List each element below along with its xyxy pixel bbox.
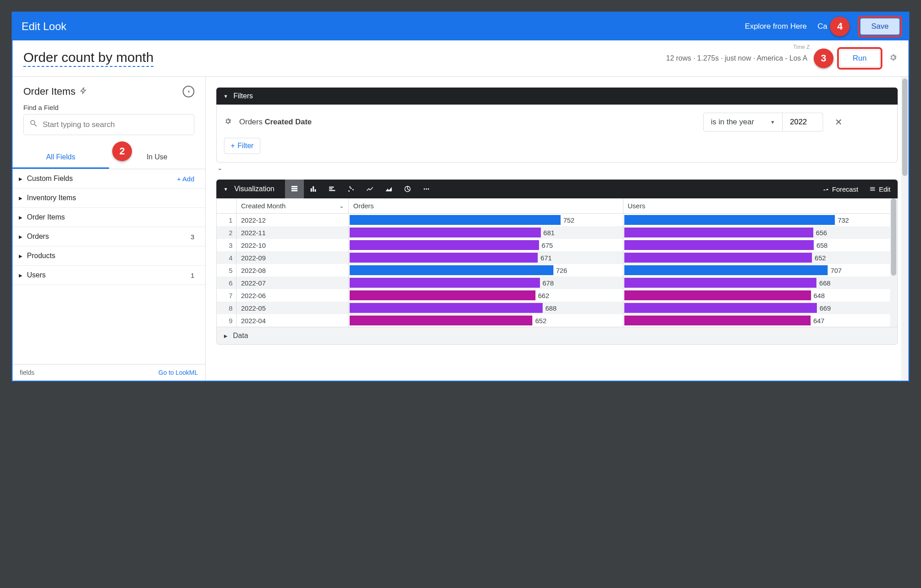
col-created-month[interactable]: Created Month ⌄	[237, 198, 349, 213]
chevron-down-icon: ▼	[224, 94, 228, 99]
search-input[interactable]	[43, 120, 189, 129]
orders-bar	[350, 265, 553, 275]
category-products[interactable]: ▶Products	[13, 246, 205, 266]
cell-orders: 675	[349, 239, 623, 251]
viz-pie-icon[interactable]	[398, 180, 417, 198]
cell-users: 652	[623, 251, 898, 264]
orders-bar	[350, 316, 532, 325]
data-section-header[interactable]: ▶ Data	[216, 327, 898, 345]
svg-point-5	[424, 189, 425, 190]
explore-from-here-link[interactable]: Explore from Here	[745, 22, 807, 31]
viz-edit-label: Edit	[879, 185, 890, 193]
collapse-sidebar-icon[interactable]	[183, 86, 194, 97]
scrollbar-thumb[interactable]	[902, 79, 908, 176]
chevron-right-icon: ▶	[224, 333, 228, 338]
grid-body[interactable]: 12022-1275273222022-1168165632022-106756…	[217, 214, 897, 327]
add-filter-button[interactable]: + Filter	[224, 138, 260, 154]
cell-month: 2022-07	[237, 276, 349, 289]
filter-operator-select[interactable]: is in the year ▼	[703, 113, 783, 132]
chevron-down-icon[interactable]: ▼	[224, 187, 228, 192]
category-inventory-items[interactable]: ▶Inventory Items	[13, 189, 205, 208]
cell-month: 2022-05	[237, 302, 349, 314]
search-icon	[29, 119, 38, 130]
cell-month: 2022-09	[237, 251, 349, 264]
orders-value: 652	[535, 317, 546, 325]
go-to-lookml-link[interactable]: Go to LookML	[158, 369, 198, 376]
cell-users: 668	[623, 276, 898, 289]
cell-users: 707	[623, 264, 898, 276]
search-field-box[interactable]	[23, 114, 194, 135]
cell-month: 2022-12	[237, 214, 349, 226]
cell-users: 656	[623, 226, 898, 239]
category-users[interactable]: ▶Users1	[13, 266, 205, 285]
users-value: 668	[819, 279, 830, 287]
cell-orders: 752	[349, 214, 623, 226]
save-wrap: Save	[860, 18, 899, 35]
users-value: 707	[830, 267, 842, 274]
filters-header[interactable]: ▼ Filters	[216, 88, 898, 105]
cell-users: 669	[623, 302, 898, 314]
field-picker-sidebar: Order Items Find a Field	[13, 77, 206, 381]
col-month-label: Created Month	[241, 202, 285, 210]
grid-scrollbar[interactable]	[890, 198, 897, 327]
forecast-button[interactable]: Forecast	[822, 185, 858, 193]
users-value: 648	[814, 292, 825, 299]
users-bar	[624, 228, 813, 237]
row-index: 6	[217, 276, 237, 289]
col-orders[interactable]: Orders	[349, 198, 623, 213]
cell-month: 2022-08	[237, 264, 349, 276]
viz-more-icon[interactable]	[417, 180, 436, 198]
users-bar	[624, 316, 811, 325]
run-wrap: Run	[840, 50, 880, 67]
add-custom-field-link[interactable]: + Add	[177, 175, 194, 183]
table-row: 52022-08726707	[217, 264, 897, 276]
orders-value: 688	[545, 304, 557, 312]
table-row: 22022-11681656	[217, 226, 897, 239]
table-row: 82022-05688669	[217, 302, 897, 314]
main-pane: ▼ Filters Orders Created Date	[206, 77, 901, 381]
row-index: 3	[217, 239, 237, 251]
orders-bar	[350, 303, 543, 313]
category-custom-fields[interactable]: ▶Custom Fields+ Add	[13, 169, 205, 189]
query-stats: 12 rows · 1.275s · just now · America - …	[666, 54, 807, 62]
filter-view-name: Orders	[239, 118, 263, 126]
category-order-items[interactable]: ▶Order Items	[13, 208, 205, 227]
cancel-link[interactable]: Ca	[818, 22, 828, 31]
sidebar-tabs-wrap: All Fields In Use 2	[13, 139, 205, 169]
category-orders[interactable]: ▶Orders3	[13, 227, 205, 246]
forecast-label: Forecast	[832, 185, 858, 193]
filter-gear-icon[interactable]	[224, 117, 232, 127]
run-button[interactable]: Run	[840, 50, 880, 67]
category-list: ▶Custom Fields+ Add▶Inventory Items▶Orde…	[13, 169, 205, 364]
viz-line-icon[interactable]	[360, 180, 379, 198]
viz-scatter-icon[interactable]	[342, 180, 360, 198]
col-users[interactable]: Users	[623, 198, 898, 213]
orders-value: 678	[543, 279, 554, 287]
bolt-icon[interactable]	[80, 87, 87, 97]
visualization-header: ▼ Visualization	[216, 180, 898, 198]
orders-value: 662	[538, 292, 549, 299]
viz-column-icon[interactable]	[304, 180, 323, 198]
filter-field: Orders Created Date	[239, 118, 312, 127]
users-value: 732	[838, 216, 849, 224]
tab-all-fields[interactable]: All Fields	[13, 147, 109, 169]
edit-look-title: Edit Look	[22, 20, 66, 33]
main-scrollbar[interactable]	[901, 77, 908, 381]
remove-filter-icon[interactable]: ✕	[835, 117, 842, 127]
cell-orders: 688	[349, 302, 623, 314]
save-button[interactable]: Save	[860, 18, 899, 35]
cell-users: 732	[623, 214, 898, 226]
look-title-input[interactable]: Order count by month	[23, 50, 154, 67]
viz-area-icon[interactable]	[379, 180, 398, 198]
filter-year-input[interactable]	[783, 113, 823, 132]
scrollbar-thumb[interactable]	[891, 198, 896, 276]
viz-edit-button[interactable]: Edit	[869, 185, 890, 193]
collapse-toggle-icon[interactable]: ⌄	[216, 162, 898, 171]
viz-bar-icon[interactable]	[323, 180, 342, 198]
svg-point-6	[426, 189, 427, 190]
orders-bar	[350, 228, 541, 237]
viz-table-icon[interactable]	[285, 180, 304, 198]
orders-value: 675	[542, 241, 553, 249]
gear-icon[interactable]	[889, 53, 898, 64]
titlebar: Order count by month Time Z 12 rows · 1.…	[13, 40, 908, 77]
